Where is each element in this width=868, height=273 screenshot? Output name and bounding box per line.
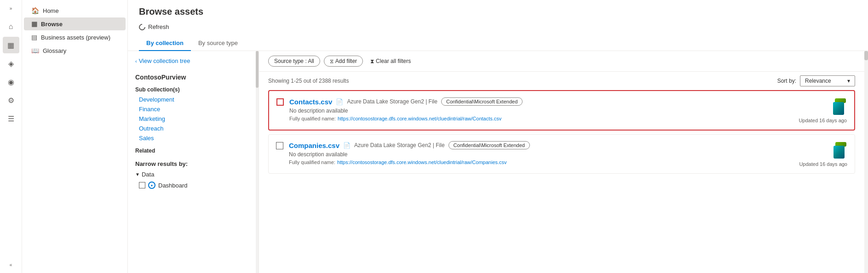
sub-collections-label: Sub collection(s): [135, 83, 251, 95]
tab-by-source-type[interactable]: By source type: [191, 36, 245, 51]
home-icon: 🏠: [31, 7, 39, 14]
expand-nav-icon[interactable]: »: [3, 4, 19, 13]
filter-icon: ⧖: [330, 58, 333, 64]
tab-by-collection[interactable]: By collection: [139, 36, 191, 51]
dashboard-checkbox[interactable]: [139, 182, 145, 188]
companies-file-icon: 📄: [343, 142, 351, 149]
collection-sales[interactable]: Sales: [135, 133, 251, 143]
related-label: Related: [135, 143, 251, 156]
collection-outreach[interactable]: Outreach: [135, 124, 251, 133]
sort-dropdown[interactable]: Relevance ▾: [800, 75, 855, 86]
sidebar: 🏠 Home ▦ Browse ▤ Business assets (previ…: [22, 0, 128, 273]
contacts-name[interactable]: Contacts.csv: [289, 98, 332, 106]
sort-value: Relevance: [805, 78, 831, 84]
contacts-asset-icon: [832, 97, 847, 116]
content-area: ‹ View collection tree ContosoPurview Su…: [128, 51, 868, 273]
companies-checkbox[interactable]: [276, 142, 283, 149]
database-icon: [833, 98, 846, 115]
collection-marketing[interactable]: Marketing: [135, 114, 251, 124]
sidebar-navigation: 🏠 Home ▦ Browse ▤ Business assets (previ…: [22, 0, 127, 61]
contacts-title-row: Contacts.csv 📄 Azure Data Lake Storage G…: [289, 97, 793, 106]
contacts-qualified-name[interactable]: https://contosostorage.dfs.core.windows.…: [338, 116, 501, 121]
narrow-results-label: Narrow results by:: [135, 156, 251, 169]
sort-bar: Sort by: Relevance ▾: [777, 75, 855, 86]
companies-updated: Updated 16 days ago: [799, 161, 847, 167]
contacts-content: Contacts.csv 📄 Azure Data Lake Storage G…: [289, 97, 793, 121]
scrollbar-thumb: [256, 51, 259, 88]
contacts-qualified-label: Fully qualified name:: [289, 116, 336, 121]
main-header: Browse assets Refresh By collection By s…: [128, 0, 868, 51]
clear-all-filters-button[interactable]: ⧗ Clear all filters: [367, 56, 414, 66]
business-assets-icon: ▤: [31, 34, 37, 41]
clear-icon: ⧗: [370, 58, 374, 64]
refresh-icon: [138, 23, 147, 32]
contacts-meta: Azure Data Lake Storage Gen2 | File: [347, 98, 437, 105]
workflows-icon[interactable]: ☰: [3, 110, 19, 127]
contacts-updated: Updated 16 days ago: [799, 118, 847, 123]
companies-title-row: Companies.csv 📄 Azure Data Lake Storage …: [289, 141, 793, 149]
glossary-icon: 📖: [31, 47, 39, 54]
management-icon[interactable]: ⚙: [3, 92, 19, 108]
sidebar-item-home[interactable]: 🏠 Home: [24, 4, 126, 17]
right-scrollbar[interactable]: [864, 51, 868, 273]
collapse-nav-icon[interactable]: «: [3, 260, 19, 269]
companies-asset-icon: [833, 141, 847, 159]
sort-chevron-icon: ▾: [847, 78, 850, 84]
chevron-left-icon: ‹: [135, 58, 137, 64]
companies-qualified-name[interactable]: https://contosostorage.dfs.core.windows.…: [337, 159, 507, 165]
sidebar-home-label: Home: [43, 7, 59, 14]
results-count: Showing 1-25 out of 2388 results: [268, 78, 349, 84]
companies-meta: Azure Data Lake Storage Gen2 | File: [354, 142, 445, 148]
companies-tag: Confidential\Microsoft Extended: [448, 141, 530, 149]
view-collection-tree-button[interactable]: ‹ View collection tree: [135, 56, 190, 66]
companies-name[interactable]: Companies.csv: [289, 142, 339, 149]
left-panel-scrollbar[interactable]: [256, 51, 259, 273]
asset-card-companies: Companies.csv 📄 Azure Data Lake Storage …: [268, 134, 855, 174]
data-section-label: Data: [142, 171, 154, 178]
source-type-filter[interactable]: Source type : All: [268, 56, 320, 67]
collection-development[interactable]: Development: [135, 95, 251, 104]
page-title: Browse assets: [139, 6, 857, 17]
tabs: By collection By source type: [139, 36, 857, 51]
database-icon-2: [834, 142, 846, 159]
companies-content: Companies.csv 📄 Azure Data Lake Storage …: [289, 141, 793, 165]
sidebar-browse-label: Browse: [41, 21, 63, 28]
browse-icon: ▦: [31, 20, 37, 28]
data-section[interactable]: ▼ Data: [135, 169, 251, 180]
icon-navigation: » ⌂ ▦ ◈ ◉ ⚙ ☰ «: [0, 0, 22, 273]
sort-by-label: Sort by:: [777, 78, 796, 84]
assets-list: Contacts.csv 📄 Azure Data Lake Storage G…: [259, 90, 864, 273]
collection-name: ContosoPurview: [135, 70, 251, 83]
left-panel-inner: ‹ View collection tree ContosoPurview Su…: [128, 51, 259, 273]
filters-bar: Source type : All ⧖ Add filter ⧗ Clear a…: [259, 51, 864, 72]
home-nav-icon[interactable]: ⌂: [3, 18, 19, 35]
sidebar-item-glossary[interactable]: 📖 Glossary: [24, 44, 126, 57]
dashboard-label: Dashboard: [158, 182, 188, 189]
refresh-button[interactable]: Refresh: [139, 22, 169, 32]
contacts-checkbox[interactable]: [276, 98, 284, 106]
dashboard-filter-item: ● Dashboard: [135, 180, 251, 191]
asset-card-contacts: Contacts.csv 📄 Azure Data Lake Storage G…: [268, 90, 855, 131]
sidebar-glossary-label: Glossary: [43, 47, 66, 54]
sidebar-item-business-assets[interactable]: ▤ Business assets (preview): [24, 31, 126, 44]
dashboard-icon: ●: [148, 182, 155, 189]
source-type-label: Source type : All: [274, 58, 314, 64]
companies-qualified-label: Fully qualified name:: [289, 159, 335, 165]
insights-icon[interactable]: ◉: [3, 74, 19, 90]
browse-nav-icon[interactable]: ▦: [3, 37, 19, 53]
chevron-down-icon: ▼: [135, 172, 140, 177]
sidebar-item-browse[interactable]: ▦ Browse: [24, 17, 126, 30]
main-content: Browse assets Refresh By collection By s…: [128, 0, 868, 273]
view-tree-label: View collection tree: [139, 57, 190, 64]
left-panel: ‹ View collection tree ContosoPurview Su…: [128, 51, 259, 273]
companies-description: No description available: [289, 151, 793, 158]
results-info-bar: Showing 1-25 out of 2388 results Sort by…: [259, 72, 864, 90]
results-panel: Source type : All ⧖ Add filter ⧗ Clear a…: [259, 51, 864, 273]
collection-finance[interactable]: Finance: [135, 104, 251, 114]
data-catalog-icon[interactable]: ◈: [3, 55, 19, 72]
add-filter-button[interactable]: ⧖ Add filter: [324, 56, 363, 67]
refresh-label: Refresh: [148, 23, 169, 30]
right-scrollbar-thumb: [864, 51, 868, 60]
contacts-description: No description available: [289, 108, 793, 114]
contacts-tag: Confidential\Microsoft Extended: [441, 97, 523, 106]
